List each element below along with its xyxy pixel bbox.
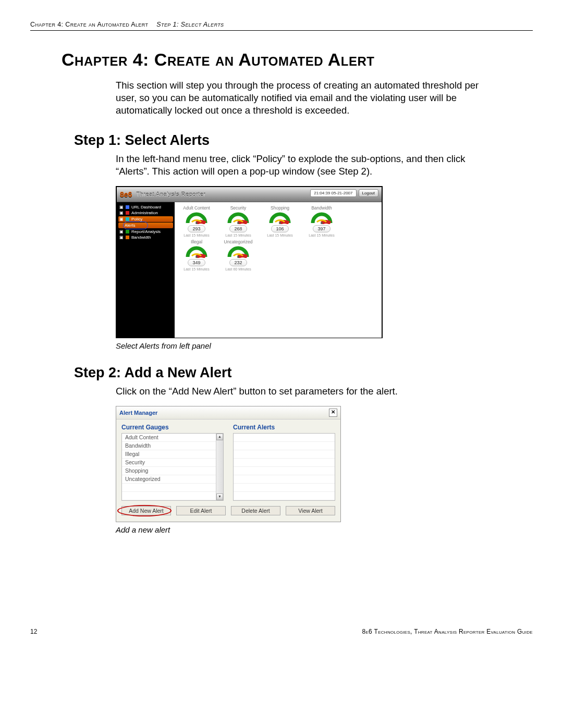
tar-sidebar: ▣ URL Dashboard ▣ Administration ▣ Polic…: [117, 202, 175, 338]
nav-label: Policy: [131, 217, 142, 221]
nav-label: URL Dashboard: [131, 205, 161, 209]
nav-report-analysis[interactable]: ▣ Report/Analysis: [118, 229, 173, 235]
gauge-subtitle: Last 15 Minutes: [179, 233, 214, 237]
list-item: [234, 442, 335, 450]
footer-right: 8e6 Technologies, Threat Analysis Report…: [362, 628, 533, 635]
list-item[interactable]: Shopping: [122, 467, 216, 475]
figure-2: Alert Manager ✕ Current Gauges Adult Con…: [116, 406, 533, 522]
gauge-shopping[interactable]: Shopping 106 Last 15 Minutes: [262, 205, 298, 237]
alert-manager-footer: Add New Alert Edit Alert Delete Alert Vi…: [116, 504, 340, 522]
page-number: 12: [30, 628, 37, 635]
list-item: [234, 484, 335, 492]
scroll-up-icon[interactable]: ▲: [216, 434, 223, 440]
scroll-down-icon[interactable]: ▼: [216, 493, 223, 500]
gauge-value: 397: [313, 225, 330, 232]
gauge-title: Adult Content: [179, 205, 214, 211]
gauge-subtitle: Last 15 Minutes: [179, 267, 214, 271]
nav-url-dashboard[interactable]: ▣ URL Dashboard: [118, 204, 173, 210]
gauge-value: 106: [271, 225, 288, 232]
list-item[interactable]: Illegal: [122, 450, 216, 459]
gauge-value: 349: [188, 259, 205, 266]
list-item: [122, 492, 216, 500]
list-item[interactable]: Security: [122, 459, 216, 467]
gauge-bandwidth[interactable]: Bandwidth 397 Last 15 Minutes: [304, 205, 339, 237]
svg-point-1: [237, 222, 239, 224]
tar-gauge-panel: Adult Content 293 Last 15 Minutes Securi…: [175, 202, 382, 338]
tar-titlebar: 8e6 Threat Analysis Reporter 21:04:39 05…: [117, 187, 382, 202]
current-gauges-listbox[interactable]: Adult Content Bandwidth Illegal Security…: [121, 433, 224, 501]
alert-manager-titlebar: Alert Manager ✕: [116, 406, 340, 419]
expand-icon: ▣: [119, 229, 124, 234]
scroll-track[interactable]: [216, 440, 223, 493]
nav-administration[interactable]: ▣ Administration: [118, 210, 173, 216]
tar-logo: 8e6: [120, 190, 132, 199]
tar-timestamp: 21:04:39 05-21-2007: [310, 189, 356, 197]
gauge-subtitle: Last 60 Minutes: [221, 267, 256, 271]
step1-paragraph: In the left-hand menu tree, click “Polic…: [116, 153, 501, 178]
gauge-arc-icon: [227, 212, 249, 224]
nav-label: Administration: [131, 211, 158, 215]
svg-point-4: [195, 256, 198, 258]
figure-1-caption: Select Alerts from left panel: [116, 341, 533, 350]
folder-icon: [126, 205, 129, 209]
tar-app-title: Threat Analysis Reporter: [136, 191, 205, 198]
gauge-uncategorized[interactable]: Uncategorized 232 Last 60 Minutes: [221, 239, 256, 271]
gauge-title: Uncategorized: [221, 239, 256, 244]
gauge-value: 232: [229, 259, 247, 266]
running-header-step: Step 1: Select Alerts: [156, 21, 224, 28]
gauge-title: Shopping: [262, 205, 298, 211]
nav-label: Alerts: [125, 223, 135, 228]
list-item: [234, 475, 335, 484]
list-item[interactable]: Adult Content: [122, 434, 216, 442]
expand-icon: ▣: [119, 211, 124, 215]
expand-icon: ▣: [119, 235, 124, 240]
step1-title: Step 1: Select Alerts: [74, 132, 533, 149]
figure-2-caption: Add a new alert: [116, 525, 533, 534]
gauge-arc-icon: [186, 212, 207, 224]
gauge-subtitle: Last 15 Minutes: [262, 233, 298, 237]
gauge-subtitle: Last 15 Minutes: [221, 233, 256, 237]
gauge-title: Illegal: [179, 239, 214, 244]
current-gauges-label: Current Gauges: [121, 424, 224, 431]
step2-title: Step 2: Add a New Alert: [74, 365, 533, 381]
running-header: Chapter 4: Create an Automated Alert Ste…: [30, 21, 533, 31]
step2-paragraph: Click on the “Add New Alert” button to s…: [116, 385, 501, 398]
nav-bandwidth[interactable]: ▣ Bandwidth: [118, 235, 173, 240]
logout-button[interactable]: Logout: [359, 189, 378, 197]
alert-manager-title: Alert Manager: [119, 410, 157, 416]
edit-alert-button[interactable]: Edit Alert: [176, 506, 226, 515]
gauge-value: 268: [229, 225, 247, 232]
delete-alert-button[interactable]: Delete Alert: [231, 506, 280, 515]
folder-icon: [126, 211, 129, 215]
page-footer: 12 8e6 Technologies, Threat Analysis Rep…: [30, 628, 533, 643]
gauge-security[interactable]: Security 268 Last 15 Minutes: [221, 205, 256, 237]
tar-window: 8e6 Threat Analysis Reporter 21:04:39 05…: [116, 186, 383, 338]
gauge-title: Security: [221, 205, 256, 211]
intro-paragraph: This section will step you through the p…: [116, 79, 501, 117]
close-button[interactable]: ✕: [329, 409, 337, 417]
view-alert-button[interactable]: View Alert: [286, 506, 335, 515]
current-alerts-listbox[interactable]: [233, 433, 335, 501]
list-item: [234, 467, 335, 475]
list-item[interactable]: Uncategorized: [122, 475, 216, 484]
scrollbar[interactable]: ▲ ▼: [216, 434, 223, 500]
nav-alerts[interactable]: Alerts: [118, 223, 173, 228]
chapter-title: Chapter 4: Create an Automated Alert: [62, 50, 533, 70]
add-new-alert-button[interactable]: Add New Alert: [121, 506, 171, 515]
list-item: [234, 459, 335, 467]
gauge-illegal[interactable]: Illegal 349 Last 15 Minutes: [179, 239, 214, 271]
nav-label: Report/Analysis: [131, 229, 161, 234]
list-item: [234, 434, 335, 442]
gauge-arc-icon: [227, 245, 249, 258]
folder-icon: [126, 230, 129, 233]
current-gauges-column: Current Gauges Adult Content Bandwidth I…: [121, 424, 224, 501]
nav-policy[interactable]: ▣ Policy: [118, 216, 173, 222]
list-item: [122, 484, 216, 492]
gauge-adult-content[interactable]: Adult Content 293 Last 15 Minutes: [179, 205, 214, 237]
expand-icon: ▣: [119, 217, 124, 221]
folder-icon: [126, 217, 129, 221]
alert-manager-window: Alert Manager ✕ Current Gauges Adult Con…: [116, 406, 341, 522]
svg-point-5: [237, 256, 239, 258]
list-item[interactable]: Bandwidth: [122, 442, 216, 450]
running-header-chapter: Chapter 4: Create an Automated Alert: [30, 21, 148, 28]
